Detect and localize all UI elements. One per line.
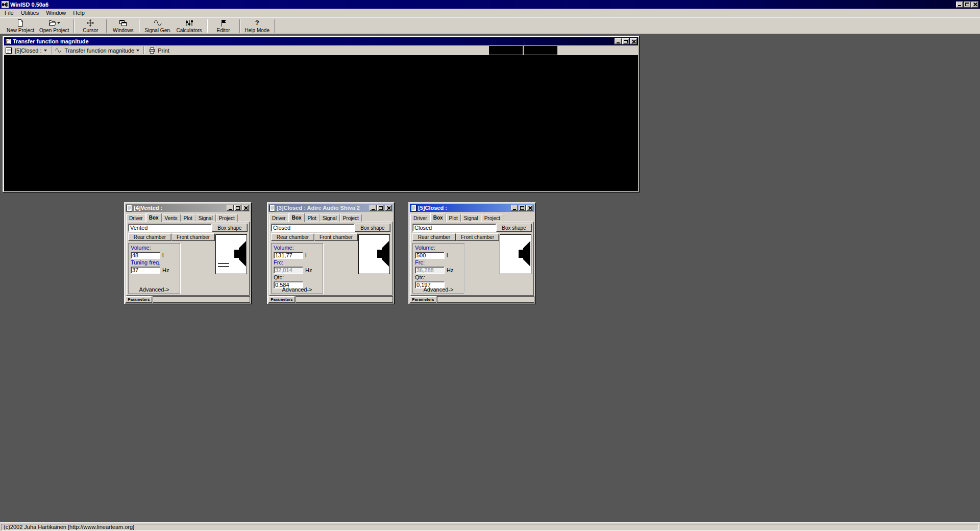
minimize-button[interactable] [615, 38, 622, 44]
help-mode-button[interactable]: ? Help Mode [242, 18, 272, 34]
parameters-tab[interactable]: Parameters [126, 296, 152, 303]
front-chamber-button[interactable]: Front chamber [456, 233, 499, 241]
curve-color-swatch[interactable] [437, 296, 534, 303]
minimize-button[interactable] [511, 205, 518, 211]
front-chamber-button[interactable]: Front chamber [314, 233, 358, 241]
parameters-tab[interactable]: Parameters [268, 296, 295, 303]
cursor-button[interactable]: Cursor [77, 18, 104, 34]
minimize-button[interactable] [227, 205, 234, 211]
volume-input[interactable] [415, 252, 445, 259]
close-button[interactable] [630, 38, 637, 44]
plot-window-title: Transfer function magnitude [13, 38, 613, 44]
maximize-button[interactable] [377, 205, 384, 211]
minimize-button[interactable] [956, 2, 963, 8]
box-type-field[interactable]: Closed [412, 224, 496, 232]
rear-chamber-button[interactable]: Rear chamber [271, 233, 314, 241]
frc-input [274, 267, 303, 274]
tab-box[interactable]: Box [430, 213, 446, 222]
closed-shiva-project-window: [3]Closed : Adire Audio Shiva 2 Driver B… [267, 202, 395, 304]
tab-plot[interactable]: Plot [181, 214, 195, 222]
window-status-row: Parameters [268, 296, 393, 303]
tuning-freq-label: Tuning freq. [131, 259, 179, 266]
window-titlebar[interactable]: [5]Closed : [410, 204, 534, 212]
maximize-button[interactable] [234, 205, 241, 211]
tab-signal[interactable]: Signal [195, 214, 216, 222]
tab-plot[interactable]: Plot [446, 214, 461, 222]
plot-readout-legend [489, 46, 557, 55]
tab-project[interactable]: Project [216, 214, 238, 222]
tab-strip: Driver Box Plot Signal Project [410, 212, 534, 222]
signal-gen-button[interactable]: Signal Gen. [142, 18, 174, 34]
graph-type-combo[interactable]: Transfer function magnitude [63, 46, 141, 55]
box-type-field[interactable]: Closed [271, 224, 355, 232]
window-titlebar[interactable]: [3]Closed : Adire Audio Shiva 2 [268, 204, 393, 212]
new-project-button[interactable]: New Project [4, 18, 37, 34]
speaker-box-drawing [359, 235, 389, 274]
chevron-down-icon[interactable] [44, 50, 47, 52]
tab-driver[interactable]: Driver [410, 214, 430, 222]
box-shape-preview [358, 234, 390, 274]
box-shape-button[interactable]: Box shape [496, 224, 532, 232]
restore-button[interactable] [964, 2, 971, 8]
windows-button[interactable]: Windows [109, 18, 137, 34]
tab-box[interactable]: Box [146, 213, 162, 222]
rear-chamber-button[interactable]: Rear chamber [128, 233, 172, 241]
chevron-down-icon[interactable] [136, 50, 139, 52]
close-button[interactable] [526, 205, 533, 211]
menu-utilities[interactable]: Utilities [17, 9, 42, 16]
box-shape-button[interactable]: Box shape [212, 224, 248, 232]
tab-driver[interactable]: Driver [269, 214, 289, 222]
plot-window-titlebar[interactable]: Transfer function magnitude [4, 37, 638, 45]
open-project-dropdown-icon[interactable] [57, 22, 60, 24]
closed-project-window: [5]Closed : Driver Box Plot Signal Proje… [408, 202, 536, 304]
toolbar-separator [239, 19, 240, 33]
box-tab-panel: Vented Box shape Rear chamber Front cham… [126, 222, 250, 296]
transfer-plot[interactable] [4, 55, 638, 191]
front-chamber-button[interactable]: Front chamber [172, 233, 215, 241]
box-type-field[interactable]: Vented [128, 224, 212, 232]
graph-type-icon [55, 47, 62, 54]
menu-window[interactable]: Window [42, 9, 69, 16]
advanced-button[interactable]: Advanced-> [139, 286, 169, 293]
tab-plot[interactable]: Plot [305, 214, 320, 222]
menu-file[interactable]: File [1, 9, 17, 16]
plot-window-icon [5, 38, 11, 44]
advanced-button[interactable]: Advanced-> [282, 286, 312, 293]
frc-label: Frc: [274, 259, 322, 266]
volume-unit: l [305, 252, 306, 258]
close-button[interactable] [385, 205, 392, 211]
close-button[interactable] [242, 205, 249, 211]
box-shape-preview [500, 234, 531, 274]
tuning-freq-input[interactable] [131, 267, 160, 274]
curve-color-swatch[interactable] [153, 296, 250, 303]
tab-project[interactable]: Project [340, 214, 362, 222]
calculators-button[interactable]: Calculators [174, 18, 205, 34]
main-titlebar[interactable]: WinISD 0.50a6 [0, 0, 980, 9]
volume-label: Volume: [131, 245, 179, 251]
parameters-tab[interactable]: Parameters [410, 296, 436, 303]
open-folder-icon [48, 19, 57, 27]
curve-color-swatch[interactable] [296, 296, 393, 303]
tab-box[interactable]: Box [289, 213, 305, 222]
maximize-button[interactable] [622, 38, 629, 44]
box-shape-button[interactable]: Box shape [355, 224, 390, 232]
tab-signal[interactable]: Signal [320, 214, 340, 222]
advanced-button[interactable]: Advanced-> [423, 286, 453, 293]
print-button[interactable]: Print [147, 46, 171, 55]
tab-vents[interactable]: Vents [162, 214, 181, 222]
menu-help[interactable]: Help [69, 9, 88, 16]
window-titlebar[interactable]: [4]Vented : [126, 204, 250, 212]
volume-input[interactable] [274, 252, 303, 259]
open-project-button[interactable]: Open Project [37, 18, 71, 34]
project-selector-combo[interactable]: [5]Closed : [13, 46, 48, 55]
flag-icon [219, 19, 228, 27]
volume-input[interactable] [131, 252, 160, 259]
editor-button[interactable]: Editor [210, 18, 237, 34]
rear-chamber-button[interactable]: Rear chamber [412, 233, 456, 241]
tab-project[interactable]: Project [481, 214, 503, 222]
minimize-button[interactable] [370, 205, 377, 211]
tab-signal[interactable]: Signal [461, 214, 481, 222]
close-button[interactable] [971, 2, 978, 8]
tab-driver[interactable]: Driver [126, 214, 146, 222]
maximize-button[interactable] [519, 205, 526, 211]
